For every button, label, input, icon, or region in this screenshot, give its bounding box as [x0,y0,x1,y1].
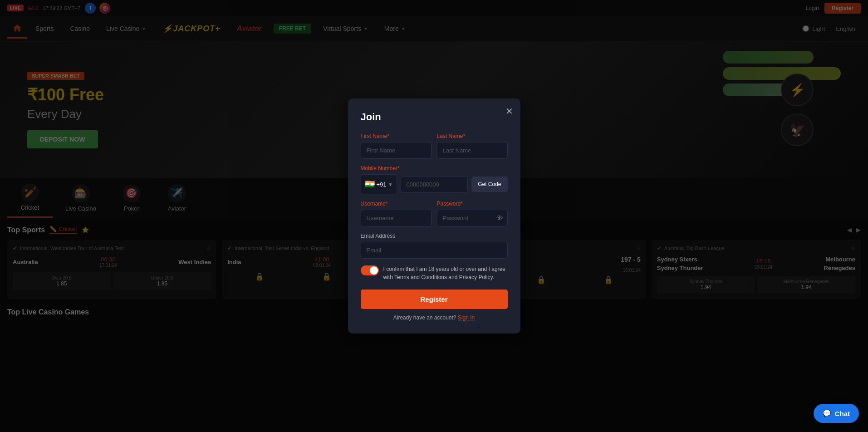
username-input[interactable] [361,210,432,226]
modal-register-button[interactable]: Register [361,290,508,309]
terms-text: I confirm that I am 18 years old or over… [383,265,508,281]
first-name-input[interactable] [361,142,432,159]
email-input[interactable] [361,242,508,259]
phone-prefix-value: +91 [377,181,387,188]
chat-icon: 💬 [823,409,831,417]
already-account-text: Already have an account? [393,314,456,321]
flag-icon: 🇮🇳 [365,179,375,189]
password-wrap: 👁 [437,210,508,226]
terms-row: I confirm that I am 18 years old or over… [361,265,508,281]
last-name-input[interactable] [437,142,508,159]
password-label: Password* [437,201,508,207]
username-label: Username* [361,201,432,207]
sign-in-row: Already have an account? Sign In [361,314,508,321]
name-row: First Name* Last Name* [361,133,508,159]
email-group: Email Address [361,233,508,259]
sign-in-link[interactable]: Sign In [458,314,475,321]
modal-close-button[interactable]: ✕ [505,106,513,117]
mobile-number-input[interactable] [401,176,468,193]
modal-overlay: Join ✕ First Name* Last Name* Mobile Num… [0,0,868,432]
credentials-row: Username* Password* 👁 [361,201,508,226]
last-name-label: Last Name* [437,133,508,139]
phone-row: 🇮🇳 +91 ▼ Get Code [361,174,508,194]
phone-prefix-selector[interactable]: 🇮🇳 +91 ▼ [361,174,397,194]
modal-title: Join [361,111,508,123]
get-code-button[interactable]: Get Code [471,177,507,192]
mobile-label: Mobile Number* [361,165,508,172]
terms-toggle[interactable] [361,265,379,275]
username-group: Username* [361,201,432,226]
last-name-group: Last Name* [437,133,508,159]
chat-button[interactable]: 💬 Chat [814,404,859,423]
prefix-chevron: ▼ [388,182,393,187]
password-toggle-icon[interactable]: 👁 [496,214,503,222]
password-group: Password* 👁 [437,201,508,226]
first-name-label: First Name* [361,133,432,139]
mobile-group: Mobile Number* 🇮🇳 +91 ▼ Get Code [361,165,508,194]
join-modal: Join ✕ First Name* Last Name* Mobile Num… [348,98,520,334]
chat-label: Chat [835,410,850,417]
first-name-group: First Name* [361,133,432,159]
email-label: Email Address [361,233,508,239]
